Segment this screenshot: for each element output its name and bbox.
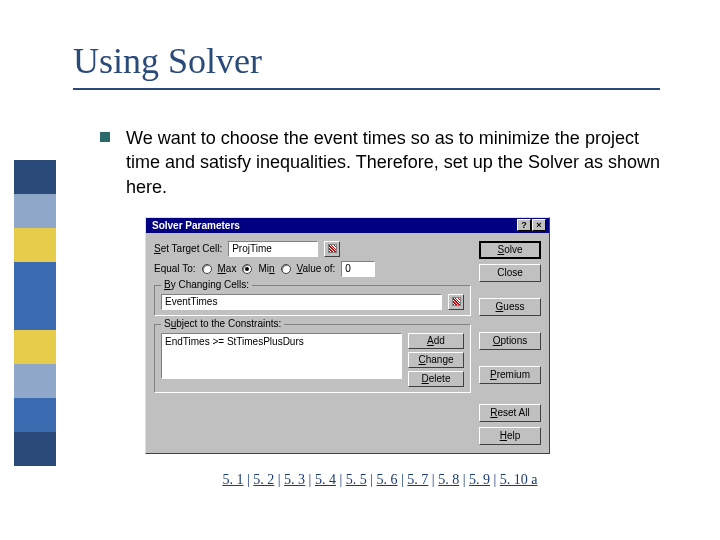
value-of-input[interactable]: 0 bbox=[341, 261, 375, 277]
nav-link[interactable]: 5. 4 bbox=[315, 472, 336, 487]
changing-cells-input[interactable]: EventTimes bbox=[161, 294, 442, 310]
changing-cells-label: By Changing Cells: bbox=[161, 279, 252, 290]
bullet-icon bbox=[100, 132, 110, 142]
options-button[interactable]: Options bbox=[479, 332, 541, 350]
dialog-title: Solver Parameters bbox=[152, 220, 240, 231]
nav-link[interactable]: 5. 5 bbox=[346, 472, 367, 487]
constraints-label: Subject to the Constraints: bbox=[161, 318, 284, 329]
page-title: Using Solver bbox=[73, 40, 660, 90]
help-button[interactable]: Help bbox=[479, 427, 541, 445]
radio-max-label: Max bbox=[218, 263, 237, 274]
guess-button[interactable]: Guess bbox=[479, 298, 541, 316]
decorative-sidebar bbox=[14, 160, 56, 466]
changing-cells-group: By Changing Cells: EventTimes bbox=[154, 285, 471, 316]
collapse-dialog-icon[interactable] bbox=[324, 241, 340, 257]
constraint-item[interactable]: EndTimes >= StTimesPlusDurs bbox=[165, 336, 398, 347]
nav-link[interactable]: 5. 2 bbox=[253, 472, 274, 487]
body-text: We want to choose the event times so as … bbox=[126, 126, 660, 199]
equal-to-label: Equal To: bbox=[154, 263, 196, 274]
solve-button[interactable]: Solve bbox=[479, 241, 541, 259]
close-button[interactable]: Close bbox=[479, 264, 541, 282]
target-cell-input[interactable]: ProjTime bbox=[228, 241, 318, 257]
nav-link[interactable]: 5. 8 bbox=[438, 472, 459, 487]
help-icon[interactable]: ? bbox=[517, 219, 531, 231]
change-button[interactable]: Change bbox=[408, 352, 464, 368]
reset-all-button[interactable]: Reset All bbox=[479, 404, 541, 422]
constraints-list[interactable]: EndTimes >= StTimesPlusDurs bbox=[161, 333, 402, 379]
premium-button[interactable]: Premium bbox=[479, 366, 541, 384]
nav-link[interactable]: 5. 3 bbox=[284, 472, 305, 487]
nav-link[interactable]: 5. 1 bbox=[222, 472, 243, 487]
nav-link[interactable]: 5. 10 a bbox=[500, 472, 538, 487]
radio-min[interactable] bbox=[242, 264, 252, 274]
close-icon[interactable]: × bbox=[532, 219, 546, 231]
footer-links: 5. 1 | 5. 2 | 5. 3 | 5. 4 | 5. 5 | 5. 6 … bbox=[100, 472, 660, 488]
target-cell-label: SeSet Target Cell:t Target Cell: bbox=[154, 243, 222, 254]
collapse-dialog-icon-2[interactable] bbox=[448, 294, 464, 310]
constraints-group: Subject to the Constraints: EndTimes >= … bbox=[154, 324, 471, 393]
delete-button[interactable]: Delete bbox=[408, 371, 464, 387]
radio-max[interactable] bbox=[202, 264, 212, 274]
add-button[interactable]: Add bbox=[408, 333, 464, 349]
dialog-titlebar: Solver Parameters ? × bbox=[146, 218, 549, 233]
radio-value-of[interactable] bbox=[281, 264, 291, 274]
nav-link[interactable]: 5. 9 bbox=[469, 472, 490, 487]
nav-link[interactable]: 5. 7 bbox=[407, 472, 428, 487]
solver-dialog: Solver Parameters ? × SeSet Target Cell:… bbox=[145, 217, 550, 454]
radio-value-of-label: Value of: bbox=[297, 263, 336, 274]
nav-link[interactable]: 5. 6 bbox=[377, 472, 398, 487]
body-text-row: We want to choose the event times so as … bbox=[100, 126, 660, 199]
radio-min-label: Min bbox=[258, 263, 274, 274]
